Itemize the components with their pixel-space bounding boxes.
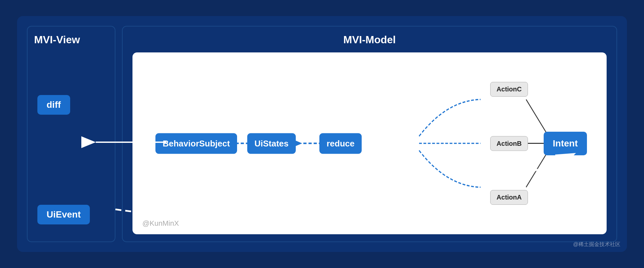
intent-box: Intent [544,132,587,155]
action-c-box: ActionC [490,82,528,97]
ui-event-box: UiEvent [37,205,90,224]
action-b-box: ActionB [490,136,528,151]
flow-diagram: BehaviorSubject UiStates reduce Intent A… [146,62,594,224]
mvi-view-panel: MVI-View diff UiEvent [27,26,115,242]
page-watermark: @稀土掘金技术社区 [573,241,620,248]
ui-states-box: UiStates [247,133,296,154]
action-a-box: ActionA [490,190,528,205]
mvi-model-panel: MVI-Model @KunMinX [122,26,617,242]
reduce-box: reduce [319,133,362,154]
main-container: MVI-View diff UiEvent MVI-Model @KunMinX [17,16,627,252]
mvi-model-title: MVI-Model [132,34,607,46]
diff-box: diff [37,95,70,115]
inner-diagram-box: @KunMinX [132,52,607,234]
mvi-view-title: MVI-View [34,34,108,46]
behavior-subject-box: BehaviorSubject [155,133,237,154]
